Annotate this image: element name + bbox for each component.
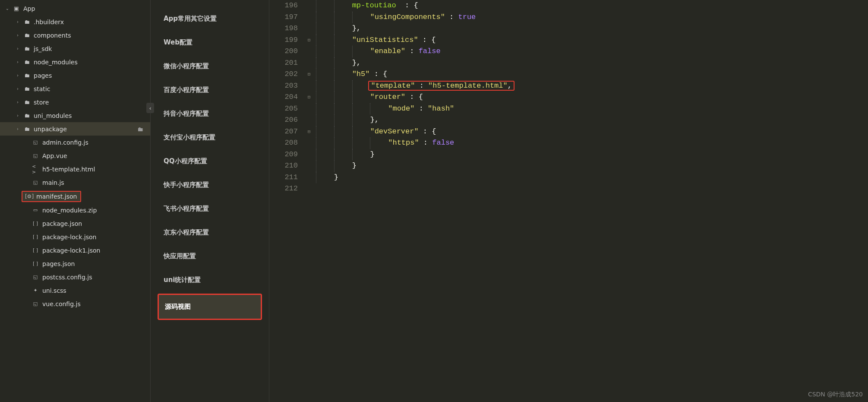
settings-item[interactable]: 支付宝小程序配置 bbox=[151, 126, 269, 149]
tree-item-label: uni_modules bbox=[34, 112, 72, 119]
file-icon: ◱ bbox=[32, 180, 39, 185]
folder-icon: 🖿 bbox=[23, 32, 30, 38]
tree-item-label: store bbox=[34, 99, 49, 106]
fold-toggle bbox=[304, 46, 314, 57]
tree-file[interactable]: [ ]package-lock1.json bbox=[0, 244, 150, 257]
file-icon: [ ] bbox=[32, 247, 39, 253]
manifest-settings-panel[interactable]: ‹ App常用其它设置Web配置微信小程序配置百度小程序配置抖音小程序配置支付宝… bbox=[151, 0, 269, 402]
code-line[interactable]: "template" : "h5-template.html", bbox=[316, 80, 868, 92]
code-line[interactable]: } bbox=[316, 160, 868, 172]
tree-file[interactable]: ▭node_modules.zip bbox=[0, 203, 150, 217]
fold-toggle[interactable]: ⊟ bbox=[304, 69, 314, 80]
tree-file[interactable]: ◱main.js bbox=[0, 176, 150, 189]
chevron-right-icon: › bbox=[16, 60, 20, 64]
tree-item-label: static bbox=[34, 85, 50, 92]
fold-toggle bbox=[304, 12, 314, 23]
settings-item[interactable]: 抖音小程序配置 bbox=[151, 102, 269, 126]
settings-item[interactable]: App常用其它设置 bbox=[151, 7, 269, 31]
tree-item-label: package-lock1.json bbox=[42, 247, 100, 254]
settings-item-source-view[interactable]: 源码视图 bbox=[158, 294, 262, 320]
tree-file[interactable]: ◱postcss.config.js bbox=[0, 270, 150, 284]
fold-toggle bbox=[304, 57, 314, 69]
tree-folder[interactable]: ›🖿.hbuilderx bbox=[0, 15, 150, 28]
code-line[interactable]: "enable" : false bbox=[316, 46, 868, 57]
tree-item-label: node_modules bbox=[34, 59, 78, 66]
tree-root-label: App bbox=[23, 5, 35, 12]
file-icon: < > bbox=[32, 164, 39, 175]
settings-item[interactable]: 飞书小程序配置 bbox=[151, 197, 269, 221]
tree-item-label: node_modules.zip bbox=[42, 207, 97, 214]
tree-file[interactable]: ◱admin.config.js bbox=[0, 136, 150, 149]
tree-item-label: components bbox=[34, 32, 71, 39]
chevron-right-icon: › bbox=[16, 33, 20, 38]
code-line[interactable]: }, bbox=[316, 114, 868, 126]
code-line[interactable]: "devServer" : { bbox=[316, 126, 868, 138]
tree-folder[interactable]: ›🖿store bbox=[0, 95, 150, 109]
tree-file[interactable]: [ ]package.json bbox=[0, 217, 150, 230]
settings-item[interactable]: 微信小程序配置 bbox=[151, 54, 269, 78]
settings-item[interactable]: 百度小程序配置 bbox=[151, 78, 269, 102]
code-line[interactable]: "uniStatistics" : { bbox=[316, 35, 868, 46]
tree-folder[interactable]: ›🖿components bbox=[0, 28, 150, 42]
code-line[interactable]: "h5" : { bbox=[316, 69, 868, 80]
line-number-gutter: 1961971981992002012022032042052062072082… bbox=[269, 0, 304, 402]
tree-root[interactable]: ⌄ ▣ App bbox=[0, 2, 150, 15]
fold-toggle[interactable]: ⊟ bbox=[304, 92, 314, 103]
code-line[interactable]: "usingComponents" : true bbox=[316, 12, 868, 23]
fold-toggle bbox=[304, 0, 314, 12]
tree-folder[interactable]: ›🖿uni_modules bbox=[0, 109, 150, 122]
chevron-right-icon: › bbox=[16, 127, 20, 131]
code-line[interactable]: "router" : { bbox=[316, 92, 868, 103]
fold-toggle bbox=[304, 160, 314, 172]
tree-folder[interactable]: ›🖿node_modules bbox=[0, 55, 150, 69]
fold-toggle[interactable]: ⊟ bbox=[304, 126, 314, 138]
tree-item-label: unpackage bbox=[34, 126, 67, 133]
tree-file-active[interactable]: [⚙]manifest.json bbox=[0, 189, 150, 203]
file-icon: ▭ bbox=[32, 207, 39, 213]
code-line[interactable]: }, bbox=[316, 23, 868, 35]
code-line[interactable]: "https" : false bbox=[316, 137, 868, 149]
code-line[interactable]: "mode" : "hash" bbox=[316, 103, 868, 115]
panel-collapse-handle[interactable]: ‹ bbox=[146, 103, 154, 113]
code-editor[interactable]: 1961971981992002012022032042052062072082… bbox=[269, 0, 868, 402]
fold-toggle bbox=[304, 114, 314, 126]
tree-file[interactable]: ◱App.vue bbox=[0, 149, 150, 162]
fold-toggle bbox=[304, 183, 314, 195]
code-line[interactable]: }, bbox=[316, 57, 868, 69]
settings-item[interactable]: Web配置 bbox=[151, 31, 269, 54]
chevron-right-icon: › bbox=[16, 113, 20, 118]
file-icon: ◱ bbox=[32, 274, 39, 280]
file-icon: [ ] bbox=[32, 234, 39, 240]
fold-gutter[interactable]: ⊟⊟⊟⊟ bbox=[304, 0, 314, 402]
file-explorer[interactable]: ⌄ ▣ App ›🖿.hbuilderx›🖿components›🖿js_sdk… bbox=[0, 0, 151, 402]
settings-item[interactable]: uni统计配置 bbox=[151, 268, 269, 292]
tree-file[interactable]: [ ]package-lock.json bbox=[0, 230, 150, 244]
code-line[interactable]: } bbox=[316, 149, 868, 161]
tree-file[interactable]: [ ]pages.json bbox=[0, 257, 150, 270]
tree-folder[interactable]: ›🖿static bbox=[0, 82, 150, 95]
tree-folder[interactable]: ›🖿unpackage🖿 bbox=[0, 122, 150, 136]
folder-icon: 🖿 bbox=[23, 19, 30, 25]
fold-toggle[interactable]: ⊟ bbox=[304, 35, 314, 46]
tree-file[interactable]: < >h5-template.html bbox=[0, 162, 150, 176]
code-line[interactable]: mp-toutiao : { bbox=[316, 0, 868, 12]
settings-item[interactable]: 快手小程序配置 bbox=[151, 173, 269, 197]
tree-folder[interactable]: ›🖿pages bbox=[0, 69, 150, 82]
tree-file[interactable]: ◱vue.config.js bbox=[0, 297, 150, 310]
fold-toggle bbox=[304, 149, 314, 161]
file-icon: [ ] bbox=[32, 221, 39, 226]
tree-item-label: uni.scss bbox=[42, 287, 66, 294]
code-line[interactable]: } bbox=[316, 172, 868, 184]
tree-item-label: vue.config.js bbox=[42, 301, 81, 307]
fold-toggle bbox=[304, 137, 314, 149]
tree-folder[interactable]: ›🖿js_sdk bbox=[0, 42, 150, 55]
code-line[interactable] bbox=[316, 183, 868, 195]
settings-item[interactable]: 京东小程序配置 bbox=[151, 221, 269, 244]
file-icon: [⚙] bbox=[26, 193, 33, 199]
file-icon: ✦ bbox=[32, 288, 39, 293]
tree-file[interactable]: ✦uni.scss bbox=[0, 284, 150, 297]
settings-item[interactable]: QQ小程序配置 bbox=[151, 149, 269, 173]
settings-item[interactable]: 快应用配置 bbox=[151, 244, 269, 268]
tree-item-label: js_sdk bbox=[34, 45, 52, 52]
code-area[interactable]: mp-toutiao : { "usingComponents" : true … bbox=[314, 0, 868, 402]
